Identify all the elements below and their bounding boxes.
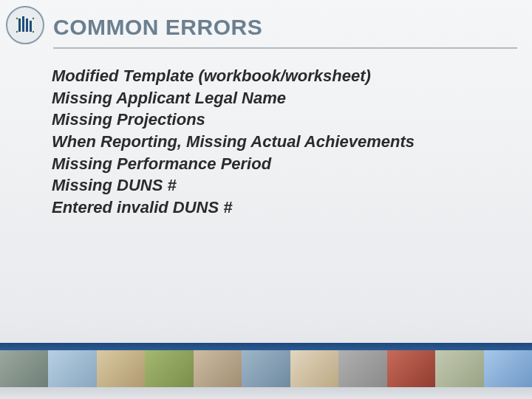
list-item: Missing Applicant Legal Name [52, 87, 510, 109]
list-item: Missing Performance Period [52, 153, 510, 175]
footer-tile [0, 350, 48, 387]
list-item: When Reporting, Missing Actual Achieveme… [52, 131, 510, 153]
svg-point-7 [33, 31, 34, 33]
list-item: Missing Projections [52, 109, 510, 131]
footer-bottom-edge [0, 387, 532, 399]
footer-tile [145, 350, 193, 387]
bullet-list: Modified Template (workbook/worksheet) M… [52, 65, 510, 219]
slide-title: COMMON ERRORS [53, 15, 262, 40]
footer-tiles [0, 350, 532, 387]
list-item: Missing DUNS # [52, 174, 510, 197]
svg-point-4 [16, 18, 18, 19]
footer-blue-bar [0, 343, 532, 350]
footer-image-strip [0, 343, 532, 399]
footer-tile [290, 350, 338, 387]
footer-tile [242, 350, 290, 387]
list-item: Modified Template (workbook/worksheet) [52, 65, 510, 87]
building-icon [14, 14, 36, 36]
svg-rect-3 [30, 21, 32, 32]
footer-tile [194, 350, 242, 387]
list-item: Entered invalid DUNS # [52, 197, 510, 219]
svg-point-6 [16, 31, 18, 33]
footer-tile [387, 350, 435, 387]
footer-tile [97, 350, 145, 387]
footer-tile [435, 350, 483, 387]
svg-rect-1 [22, 16, 24, 32]
footer-tile [48, 350, 96, 387]
svg-point-5 [33, 18, 34, 19]
svg-rect-0 [18, 18, 21, 32]
svg-rect-2 [26, 18, 28, 32]
title-underline [53, 47, 517, 49]
footer-tile [338, 350, 386, 387]
agency-seal-logo [6, 6, 44, 44]
footer-tile [484, 350, 532, 387]
